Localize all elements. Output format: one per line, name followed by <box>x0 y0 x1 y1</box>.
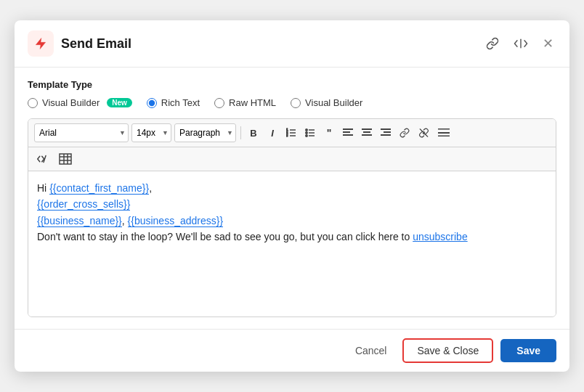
unsubscribe-link[interactable]: unsubscribe <box>413 231 468 242</box>
svg-rect-15 <box>343 134 353 136</box>
toolbar-sep-1 <box>240 126 241 139</box>
link-insert-button[interactable] <box>397 124 413 142</box>
align-right-button[interactable] <box>378 124 394 142</box>
template-type-radio-group: Visual Builder New Rich Text Raw HTML Vi… <box>28 97 556 108</box>
svg-rect-16 <box>362 128 372 130</box>
blockquote-button[interactable]: " <box>321 124 337 142</box>
send-email-modal: Send Email ✕ Template Type <box>15 20 569 372</box>
editor-container: Arial Times New Roman Helvetica ▼ 14px 1… <box>28 118 556 317</box>
italic-button[interactable]: I <box>264 124 280 142</box>
editor-content[interactable]: Hi {{contact_first_name}}, {{order_cross… <box>28 171 556 317</box>
font-family-select-wrap: Arial Times New Roman Helvetica ▼ <box>34 123 129 142</box>
svg-rect-17 <box>363 131 370 133</box>
align-center-button[interactable] <box>359 124 375 142</box>
radio-visual-builder-2-label: Visual Builder <box>305 97 362 108</box>
svg-rect-27 <box>60 154 71 164</box>
horizontal-rule-button[interactable] <box>435 124 453 142</box>
svg-point-9 <box>306 135 307 136</box>
editor-line-3: {{business_name}}, {{business_address}} <box>37 213 547 229</box>
table-button[interactable] <box>56 150 75 168</box>
business-address-var: {{business_address}} <box>128 215 224 227</box>
header-actions: ✕ <box>483 33 556 54</box>
svg-rect-20 <box>384 131 391 133</box>
unsubscribe-prefix: Don't want to stay in the loop? We'll be… <box>37 231 413 242</box>
new-badge: New <box>107 98 132 107</box>
source-button[interactable] <box>34 150 53 168</box>
svg-text:3: 3 <box>286 134 288 137</box>
svg-point-7 <box>306 129 307 131</box>
modal-body: Template Type Visual Builder New Rich Te… <box>15 68 569 329</box>
radio-visual-builder-2[interactable]: Visual Builder <box>291 97 362 108</box>
svg-point-8 <box>306 132 307 134</box>
ordered-list-button[interactable]: 1 2 3 <box>283 124 299 142</box>
svg-rect-18 <box>362 134 372 136</box>
order-cross-sells-var: {{order_cross_sells}} <box>37 198 130 211</box>
svg-rect-19 <box>381 128 391 130</box>
editor-line-2: {{order_cross_sells}} <box>37 196 547 212</box>
svg-rect-21 <box>381 134 391 136</box>
font-size-select-wrap: 14px 10px 12px 16px ▼ <box>131 123 171 142</box>
modal-header: Send Email ✕ <box>15 20 569 68</box>
link-icon-button[interactable] <box>483 34 502 53</box>
svg-rect-13 <box>343 128 353 130</box>
unlink-button[interactable] <box>415 124 432 142</box>
font-family-select[interactable]: Arial Times New Roman Helvetica <box>34 123 129 142</box>
radio-visual-builder[interactable]: Visual Builder New <box>28 97 132 108</box>
template-type-label: Template Type <box>28 79 556 90</box>
svg-rect-23 <box>438 132 450 134</box>
radio-raw-html-label: Raw HTML <box>229 97 276 108</box>
svg-rect-14 <box>343 131 350 133</box>
radio-visual-builder-label: Visual Builder <box>42 97 100 108</box>
contact-first-name-var: {{contact_first_name}} <box>49 182 149 195</box>
save-button[interactable]: Save <box>500 339 556 362</box>
radio-raw-html[interactable]: Raw HTML <box>214 97 276 108</box>
bold-button[interactable]: B <box>246 124 261 142</box>
save-close-button[interactable]: Save & Close <box>402 338 493 363</box>
unordered-list-button[interactable] <box>302 124 318 142</box>
modal-title: Send Email <box>61 36 476 52</box>
editor-toolbar-row2 <box>28 147 556 171</box>
editor-line-1: Hi {{contact_first_name}}, <box>37 180 547 196</box>
svg-rect-24 <box>438 128 450 130</box>
cancel-button[interactable]: Cancel <box>346 339 396 362</box>
modal-icon <box>28 30 54 57</box>
radio-rich-text[interactable]: Rich Text <box>147 97 200 108</box>
radio-rich-text-label: Rich Text <box>161 97 200 108</box>
font-size-select[interactable]: 14px 10px 12px 16px <box>131 123 171 142</box>
code-icon-button[interactable] <box>511 34 531 53</box>
close-button[interactable]: ✕ <box>540 33 556 54</box>
paragraph-select-wrap: Paragraph Heading 1 Heading 2 ▼ <box>174 123 236 142</box>
align-left-button[interactable] <box>340 124 356 142</box>
paragraph-select[interactable]: Paragraph Heading 1 Heading 2 <box>174 123 236 142</box>
business-name-var: {{business_name}} <box>37 215 122 227</box>
editor-line-4: Don't want to stay in the loop? We'll be… <box>37 229 547 245</box>
modal-footer: Cancel Save & Close Save <box>15 329 569 372</box>
svg-rect-25 <box>438 136 450 137</box>
editor-toolbar-row1: Arial Times New Roman Helvetica ▼ 14px 1… <box>28 119 556 147</box>
